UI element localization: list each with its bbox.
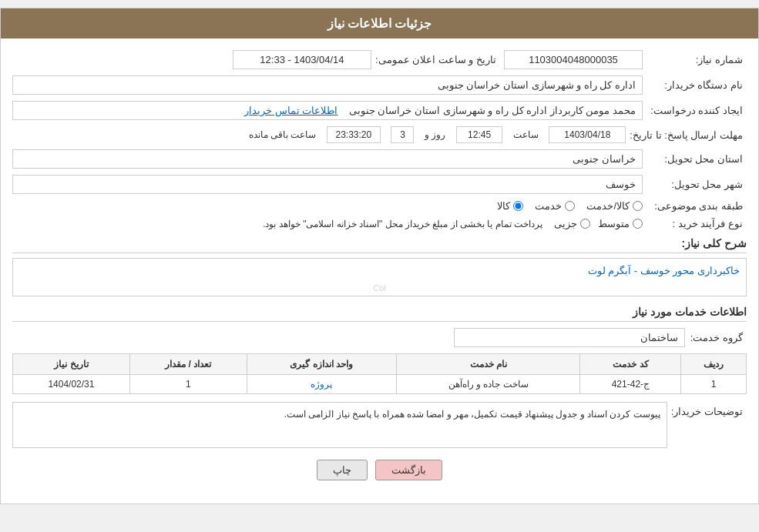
col-qty: تعداد / مقدار bbox=[129, 354, 247, 375]
cell-date: 1404/02/31 bbox=[13, 375, 130, 394]
cell-unit: پروژه bbox=[247, 375, 396, 394]
category-label: طبقه بندی موضوعی: bbox=[646, 200, 747, 212]
radio-partial[interactable]: جزیی bbox=[554, 218, 590, 229]
category-radio-group: کالا/خدمت خدمت کالا bbox=[12, 200, 643, 212]
page-title: جزئیات اطلاعات نیاز bbox=[1, 8, 758, 38]
services-table: ردیف کد خدمت نام خدمت واحد اندازه گیری ت… bbox=[12, 353, 747, 394]
col-name: نام خدمت bbox=[397, 354, 580, 375]
services-section-title: اطلاعات خدمات مورد نیاز bbox=[12, 306, 747, 322]
radio-medium[interactable]: متوسط bbox=[598, 218, 643, 229]
description-section-title: شرح کلی نیاز: bbox=[12, 237, 747, 253]
announce-date-value: 1403/04/14 - 12:33 bbox=[233, 50, 371, 69]
purchase-type-label: نوع فرآیند خرید : bbox=[646, 218, 747, 229]
deadline-date: 1403/04/18 bbox=[549, 126, 626, 143]
buyer-org-label: نام دستگاه خریدار: bbox=[646, 79, 747, 91]
col-unit: واحد اندازه گیری bbox=[247, 354, 396, 375]
cell-qty: 1 bbox=[129, 375, 247, 394]
print-button[interactable]: چاپ bbox=[317, 460, 368, 480]
service-group-value: ساختمان bbox=[454, 328, 685, 347]
col-watermark: Col bbox=[373, 283, 386, 293]
announce-date-label: تاریخ و ساعت اعلان عمومی: bbox=[375, 54, 500, 65]
service-group-label: گروه خدمت: bbox=[685, 332, 747, 343]
buyer-notes-label: توضیحات خریدار: bbox=[671, 402, 747, 417]
cell-row: 1 bbox=[681, 375, 747, 394]
deadline-remaining-label: ساعت باقی مانده bbox=[249, 129, 317, 140]
col-date: تاریخ نیاز bbox=[13, 354, 130, 375]
radio-goods-service[interactable]: کالا/خدمت bbox=[586, 200, 643, 212]
buyer-notes-box: پیوست کردن اسناد و جدول پیشنهاد قیمت تکم… bbox=[12, 402, 667, 448]
radio-partial-input[interactable] bbox=[580, 219, 590, 229]
radio-goods-input[interactable] bbox=[513, 201, 523, 211]
radio-service[interactable]: خدمت bbox=[535, 200, 575, 212]
province-value: خراسان جنوبی bbox=[12, 149, 643, 169]
deadline-days: 3 bbox=[391, 126, 414, 143]
deadline-remaining: 23:33:20 bbox=[327, 126, 381, 143]
col-code: کد خدمت bbox=[580, 354, 681, 375]
province-label: استان محل تحویل: bbox=[646, 153, 747, 165]
deadline-days-label: روز و bbox=[425, 129, 445, 140]
radio-service-input[interactable] bbox=[565, 201, 575, 211]
cell-code: ج-42-421 bbox=[580, 375, 681, 394]
contact-info-link[interactable]: اطلاعات تماس خریدار bbox=[244, 105, 338, 116]
deadline-time-label: ساعت bbox=[513, 129, 539, 140]
cell-name: ساخت جاده و راه‌آهن bbox=[397, 375, 580, 394]
city-value: خوسف bbox=[12, 175, 643, 194]
creator-value: محمد مومن کاربرداز اداره کل راه و شهرساز… bbox=[12, 101, 643, 120]
need-number-label: شماره نیاز: bbox=[646, 54, 747, 65]
purchase-note: پرداخت تمام یا بخشی از مبلغ خریداز محل "… bbox=[263, 219, 542, 229]
deadline-label: مهلت ارسال پاسخ: تا تاریخ: bbox=[630, 129, 747, 141]
need-number-value: 1103004048000035 bbox=[504, 50, 643, 69]
table-row: 1 ج-42-421 ساخت جاده و راه‌آهن پروژه 1 1… bbox=[13, 375, 747, 394]
deadline-time: 12:45 bbox=[456, 126, 502, 143]
radio-medium-input[interactable] bbox=[633, 219, 643, 229]
back-button[interactable]: بازگشت bbox=[375, 460, 442, 480]
radio-goods-service-input[interactable] bbox=[633, 201, 643, 211]
purchase-type-radio-group: متوسط جزیی bbox=[554, 218, 643, 229]
city-label: شهر محل تحویل: bbox=[646, 179, 747, 190]
buyer-org-value: اداره کل راه و شهرسازی استان خراسان جنوب… bbox=[12, 75, 643, 95]
creator-label: ایجاد کننده درخواست: bbox=[646, 105, 747, 116]
radio-goods[interactable]: کالا bbox=[497, 200, 523, 212]
col-row: ردیف bbox=[681, 354, 747, 375]
footer-buttons: بازگشت چاپ bbox=[12, 460, 747, 492]
